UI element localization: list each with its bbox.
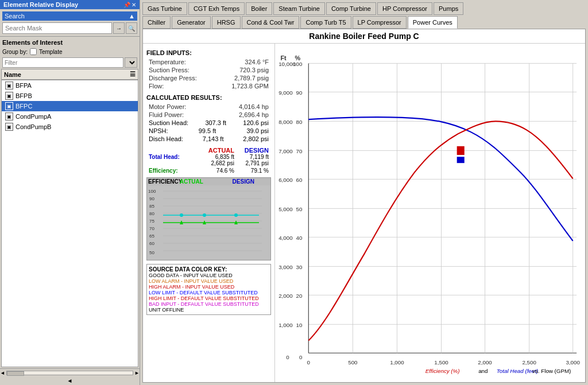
svg-text:500: 500: [348, 359, 358, 365]
svg-text:0: 0: [286, 354, 289, 360]
svg-text:85: 85: [149, 204, 154, 209]
chart-panel: Ft % 10,000 100: [275, 44, 585, 382]
total-head-row1: Total Head: 6,835 ft 7,119 ft: [146, 154, 271, 160]
scroll-left-icon[interactable]: ◄: [0, 370, 5, 376]
main-content: Rankine Boiler Feed Pump C FIELD INPUTS:…: [142, 29, 586, 383]
list-item[interactable]: ▣ BFPB: [2, 91, 138, 101]
scroll-track[interactable]: [6, 371, 133, 375]
name-column-label: Name: [4, 71, 21, 78]
sidebar-close-icon[interactable]: ✕: [131, 2, 136, 8]
item-icon: ▣: [5, 123, 13, 131]
content-body: FIELD INPUTS: Temperature: 324.6 °F Suct…: [143, 44, 585, 382]
page-title: Rankine Boiler Feed Pump C: [143, 29, 585, 44]
temperature-value: 324.6 °F: [245, 59, 269, 65]
suction-head-ft: 307.3 ft: [205, 119, 226, 126]
item-icon: ▣: [5, 102, 13, 110]
tab-chiller[interactable]: Chiller: [142, 16, 171, 29]
npsh-label: NPSH:: [149, 127, 168, 134]
total-head-row2: 2,682 psi 2,791 psi: [146, 160, 271, 166]
svg-text:80: 80: [149, 211, 154, 216]
search-input[interactable]: [2, 22, 112, 34]
svg-text:Efficiency (%): Efficiency (%): [425, 368, 460, 374]
totals-header: ACTUAL DESIGN: [146, 147, 271, 154]
total-head-label: Total Head:: [149, 154, 200, 160]
tab-hrsg[interactable]: HRSG: [212, 16, 241, 29]
nav-tabs-row2: Chiller Generator HRSG Cond & Cool Twr C…: [140, 15, 588, 29]
svg-text:100: 100: [293, 61, 303, 67]
list-item[interactable]: ▣ CondPumpA: [2, 111, 138, 122]
group-by-checkbox[interactable]: [30, 48, 37, 55]
efficiency-mini-chart: EFFICIENCY ACTUAL DESIGN: [146, 177, 271, 260]
search-collapse-icon[interactable]: ▲: [129, 13, 135, 20]
tab-lp-compressor[interactable]: LP Compressor: [353, 16, 407, 29]
svg-text:5,000: 5,000: [278, 206, 293, 212]
tab-comp-turb-t5[interactable]: Comp Turb T5: [300, 16, 351, 29]
scroll-right-icon[interactable]: ►: [134, 370, 140, 376]
svg-text:70: 70: [149, 226, 154, 231]
tab-power-curves[interactable]: Power Curves: [408, 16, 458, 29]
fluid-power-row: Fluid Power: 2,696.4 hp: [146, 111, 271, 118]
efficiency-design: 79.1 %: [234, 168, 269, 174]
tab-gas-turbine[interactable]: Gas Turbine: [142, 2, 187, 15]
filter-dropdown[interactable]: ↓: [125, 57, 137, 68]
filter-input[interactable]: [2, 57, 123, 68]
data-row-temperature: Temperature: 324.6 °F: [146, 59, 271, 65]
svg-text:6,000: 6,000: [278, 177, 293, 183]
field-inputs-title: FIELD INPUTS:: [146, 49, 271, 56]
discharge-label: Discharge Press:: [149, 75, 197, 81]
disch-head-ft: 7,143 ft: [203, 135, 224, 142]
horizontal-scrollbar[interactable]: ◄ ►: [0, 368, 140, 376]
tab-pumps[interactable]: Pumps: [434, 2, 463, 15]
template-label: Template: [39, 49, 63, 55]
list-item-selected[interactable]: ▣ BFPC: [2, 101, 138, 111]
key-high-alarm: HIGH ALARM - INPUT VALUE USED: [149, 284, 269, 290]
svg-text:3,000: 3,000: [566, 359, 580, 365]
tab-boiler[interactable]: Boiler: [246, 2, 272, 15]
tab-comp-turbine[interactable]: Comp Turbine: [326, 2, 376, 15]
svg-text:8,000: 8,000: [278, 119, 293, 125]
sidebar-pin-icon[interactable]: 📌: [123, 2, 130, 8]
total-head-actual2: 2,682 psi: [200, 160, 234, 166]
nav-tabs-row1: Gas Turbine CGT Exh Temps Boiler Steam T…: [140, 0, 588, 15]
data-panel: FIELD INPUTS: Temperature: 324.6 °F Suct…: [143, 44, 275, 382]
svg-text:80: 80: [296, 119, 303, 125]
svg-text:50: 50: [149, 250, 154, 255]
list-item[interactable]: ▣ CondPumpB: [2, 122, 138, 132]
eff-chart-header: EFFICIENCY ACTUAL DESIGN: [147, 178, 270, 185]
svg-text:10: 10: [296, 322, 303, 328]
svg-text:60: 60: [149, 241, 154, 246]
actual-marker: [457, 146, 465, 155]
tab-generator[interactable]: Generator: [172, 16, 211, 29]
tab-steam-turbine[interactable]: Steam Turbine: [273, 2, 325, 15]
main-chart-svg: Ft % 10,000 100: [277, 46, 583, 380]
svg-text:0: 0: [299, 354, 303, 360]
key-low-alarm: LOW ALARM - INPUT VALUE USED: [149, 278, 269, 284]
filter-row: ↓: [1, 56, 138, 69]
svg-point-20: [203, 213, 206, 217]
search-go-button[interactable]: →: [113, 22, 125, 34]
elements-list: ▣ BFPA ▣ BFPB ▣ BFPC ▣ CondPumpA ▣ Con: [1, 80, 138, 367]
list-item[interactable]: ▣ BFPA: [2, 80, 138, 91]
scroll-thumb[interactable]: [7, 371, 24, 376]
total-head-design2: 2,791 psi: [234, 160, 269, 166]
svg-text:3,000: 3,000: [278, 264, 293, 270]
sort-icon[interactable]: ☰: [130, 71, 136, 78]
tab-cond-cool-twr[interactable]: Cond & Cool Twr: [242, 16, 300, 29]
svg-text:2,000: 2,000: [278, 293, 293, 299]
tab-cgt-exh-temps[interactable]: CGT Exh Temps: [188, 2, 245, 15]
npsh-psi: 39.0 psi: [246, 127, 269, 134]
eff-chart-svg: 100 90 85 80 75 70 65 60 50: [147, 185, 270, 260]
svg-text:1,500: 1,500: [434, 359, 448, 365]
item-label: CondPumpB: [16, 123, 51, 130]
disch-head-psi: 2,802 psi: [243, 135, 269, 142]
search-header: Search ▲: [2, 11, 137, 21]
svg-text:4,000: 4,000: [278, 235, 293, 241]
tab-hp-compressor[interactable]: HP Compressor: [377, 2, 432, 15]
eff-chart-area: 100 90 85 80 75 70 65 60 50: [147, 185, 270, 260]
svg-text:20: 20: [296, 293, 303, 299]
red-efficiency-curve: [308, 121, 572, 340]
svg-text:90: 90: [296, 90, 303, 96]
expand-icon[interactable]: ◄: [67, 378, 73, 384]
search-clear-button[interactable]: 🔍: [126, 22, 137, 34]
disch-head-label: Disch Head:: [149, 135, 183, 142]
